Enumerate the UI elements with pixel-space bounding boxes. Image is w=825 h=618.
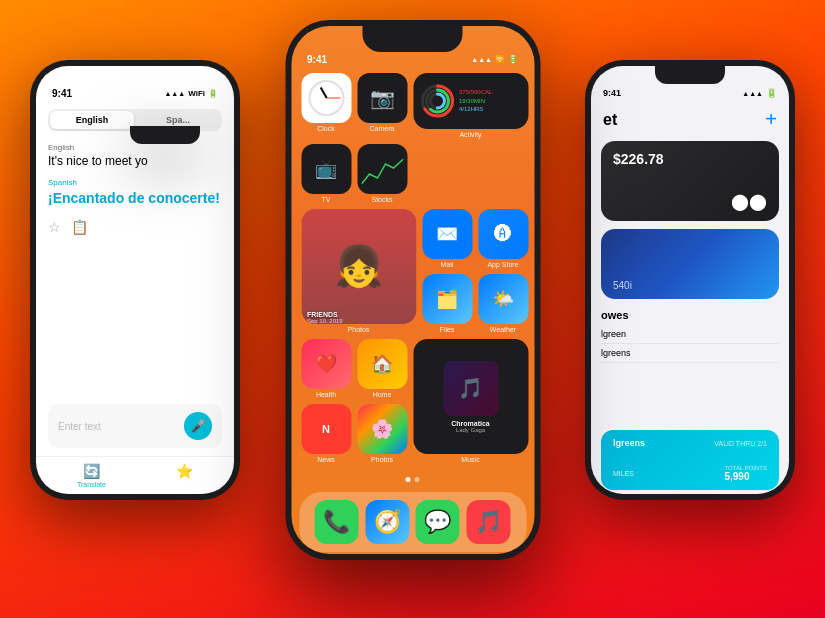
music-info: Chromatica Lady Gaga: [451, 420, 490, 433]
photos-widget-cell[interactable]: 👧 FRIENDS Sep 10, 2019 Photos: [301, 209, 416, 333]
translate-content: English It's nice to meet yo Spanish ¡En…: [36, 135, 234, 278]
english-text: It's nice to meet yo: [48, 154, 222, 168]
music-label: Music: [461, 456, 479, 463]
health-cell[interactable]: ❤️ Health: [301, 339, 351, 398]
activity-cal: 375/500CAL: [459, 88, 492, 96]
battery-icon: 🔋: [766, 88, 777, 98]
mail-app-cell[interactable]: ✉️ Mail: [422, 209, 472, 268]
widget-row-2: 📺 TV Stocks: [301, 144, 524, 203]
page-dots: [291, 477, 534, 482]
stocks-app-cell[interactable]: Stocks: [357, 144, 407, 203]
activity-content: 375/500CAL 19/30MIN 4/12HRS: [419, 83, 522, 119]
appstore-cell[interactable]: 🅐 App Store: [478, 209, 528, 268]
photo-date: Sep 10, 2019: [307, 318, 343, 324]
music-artist: Lady Gaga: [451, 427, 490, 433]
right-time: 9:41: [603, 88, 621, 98]
clock-face: [308, 80, 344, 116]
camera-icon[interactable]: 📷: [357, 73, 407, 123]
mail-label: Mail: [441, 261, 454, 268]
spanish-text: ¡Encantado de conocerte!: [48, 189, 222, 207]
black-card[interactable]: $226.78 ⬤⬤: [601, 141, 779, 221]
photos-widget[interactable]: 👧 FRIENDS Sep 10, 2019: [301, 209, 416, 324]
translate-button[interactable]: 🔄 Translate: [77, 463, 106, 488]
news-icon[interactable]: N: [301, 404, 351, 454]
files-icon[interactable]: 🗂️: [422, 274, 472, 324]
activity-min: 19/30MIN: [459, 97, 492, 105]
star-icon[interactable]: ☆: [48, 219, 61, 235]
add-card-button[interactable]: +: [765, 108, 777, 131]
right-phone: 9:41 ▲▲▲ 🔋 et + $226.78 ⬤⬤: [585, 60, 795, 500]
home-icon[interactable]: 🏠: [357, 339, 407, 389]
tv-app-cell[interactable]: 📺 TV: [301, 144, 351, 203]
english-tab[interactable]: English: [50, 111, 134, 129]
english-label: English: [48, 143, 222, 152]
activity-widget[interactable]: 375/500CAL 19/30MIN 4/12HRS: [413, 73, 528, 129]
news-cell[interactable]: N News: [301, 404, 351, 463]
right-status-icons: ▲▲▲ 🔋: [742, 88, 777, 98]
photo-label: FRIENDS: [307, 311, 338, 318]
activity-widget-cell[interactable]: 375/500CAL 19/30MIN 4/12HRS Activity: [413, 73, 528, 138]
photos-label: Photos: [371, 456, 393, 463]
loyalty-card[interactable]: lgreens VALID THRU 2/1 MILES TOTAL POINT…: [601, 430, 779, 490]
dot-2: [415, 477, 420, 482]
mic-button[interactable]: 🎤: [184, 412, 212, 440]
loyalty-name: lgreens: [613, 438, 645, 448]
files-app-cell[interactable]: 🗂️ Files: [422, 274, 472, 333]
activity-hrs: 4/12HRS: [459, 105, 492, 113]
photos-icon[interactable]: 🌸: [357, 404, 407, 454]
photos-cell[interactable]: 🌸 Photos: [357, 404, 407, 463]
translate-icon: 🔄: [83, 463, 100, 479]
favorites-button[interactable]: ⭐: [176, 463, 193, 488]
translate-actions: ☆ 📋: [48, 219, 222, 235]
music-album-art: 🎵: [443, 361, 498, 416]
health-icon[interactable]: ❤️: [301, 339, 351, 389]
signal-icon: ▲▲▲: [742, 90, 763, 97]
transaction-item-1: lgreen: [601, 325, 779, 344]
wifi-icon: 🛜: [495, 55, 505, 64]
center-notch: [363, 26, 463, 52]
health-home-col: ❤️ Health N News: [301, 339, 351, 463]
stocks-label: Stocks: [371, 196, 392, 203]
music-dock-icon[interactable]: 🎵: [467, 500, 511, 544]
left-time: 9:41: [52, 88, 72, 99]
stocks-icon[interactable]: [357, 144, 407, 194]
music-title: Chromatica: [451, 420, 490, 427]
wallet-header: et +: [591, 102, 789, 137]
activity-label: Activity: [459, 131, 481, 138]
safari-dock-icon[interactable]: 🧭: [365, 500, 409, 544]
messages-dock-icon[interactable]: 💬: [416, 500, 460, 544]
home-cell[interactable]: 🏠 Home: [357, 339, 407, 398]
music-widget[interactable]: 🎵 Chromatica Lady Gaga: [413, 339, 528, 454]
wallet-title: et: [603, 111, 617, 129]
center-phone-screen: 9:41 ▲▲▲ 🛜 🔋: [291, 26, 534, 554]
phone-dock-icon[interactable]: 📞: [314, 500, 358, 544]
clock-app-cell[interactable]: Clock: [301, 73, 351, 138]
tv-icon[interactable]: 📺: [301, 144, 351, 194]
center-time: 9:41: [307, 54, 327, 65]
miles-label: MILES: [613, 470, 634, 477]
weather-cell[interactable]: 🌤️ Weather: [478, 274, 528, 333]
black-card-content: $226.78 ⬤⬤: [601, 141, 779, 221]
mail-icon[interactable]: ✉️: [422, 209, 472, 259]
row-photo: 👧 FRIENDS Sep 10, 2019 Photos ✉️ Mail: [301, 209, 524, 333]
appstore-label: App Store: [487, 261, 518, 268]
weather-icon[interactable]: 🌤️: [478, 274, 528, 324]
trans-2-info: lgreens: [601, 348, 631, 358]
card-logo: ⬤⬤: [731, 192, 767, 211]
music-widget-cell[interactable]: 🎵 Chromatica Lady Gaga Music: [413, 339, 528, 463]
files-label: Files: [440, 326, 455, 333]
center-status-icons: ▲▲▲ 🛜 🔋: [471, 54, 518, 65]
card-amount: $226.78: [613, 151, 767, 167]
copy-icon[interactable]: 📋: [71, 219, 88, 235]
translate-input[interactable]: Enter text 🎤: [48, 404, 222, 448]
clock-label: Clock: [317, 125, 335, 132]
camera-label: Camera: [370, 125, 395, 132]
clock-icon[interactable]: [301, 73, 351, 123]
translate-label: Translate: [77, 481, 106, 488]
center-phone: 9:41 ▲▲▲ 🛜 🔋: [285, 20, 540, 560]
stocks-chart: [361, 154, 403, 190]
appstore-icon[interactable]: 🅐: [478, 209, 528, 259]
camera-app-cell[interactable]: 📷 Camera: [357, 73, 407, 138]
blue-card[interactable]: 540i: [601, 229, 779, 299]
left-phone-screen: 9:41 ▲▲▲ WiFi 🔋 English Spa... English: [36, 66, 234, 494]
